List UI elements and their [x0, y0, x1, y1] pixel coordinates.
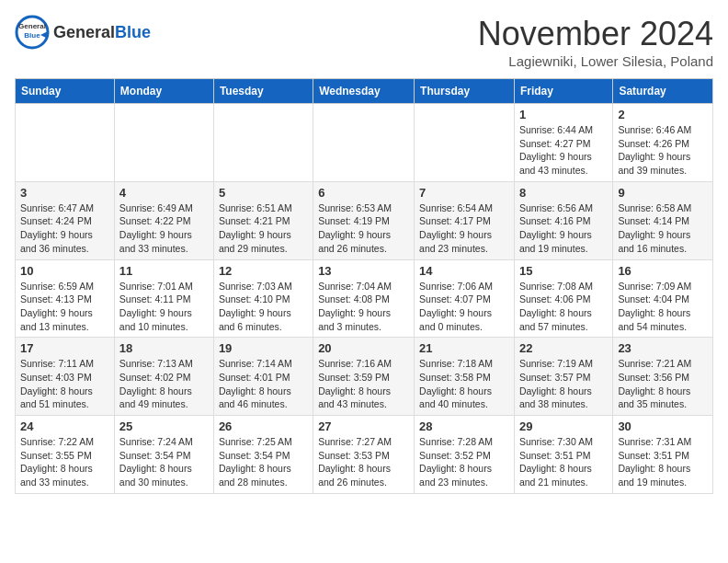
day-number: 29: [519, 419, 608, 433]
day-info: Sunrise: 7:01 AM Sunset: 4:11 PM Dayligh…: [119, 280, 209, 334]
day-number: 12: [219, 264, 308, 278]
day-info: Sunrise: 7:09 AM Sunset: 4:04 PM Dayligh…: [618, 280, 708, 334]
day-number: 10: [20, 264, 109, 278]
day-info: Sunrise: 6:56 AM Sunset: 4:16 PM Dayligh…: [519, 201, 608, 256]
day-cell: 23Sunrise: 7:21 AM Sunset: 3:56 PM Dayli…: [613, 338, 713, 416]
header-thursday: Thursday: [415, 79, 515, 104]
day-number: 2: [618, 108, 708, 121]
day-number: 4: [119, 186, 209, 200]
day-info: Sunrise: 6:58 AM Sunset: 4:14 PM Dayligh…: [618, 201, 708, 256]
day-cell: 3Sunrise: 6:47 AM Sunset: 4:24 PM Daylig…: [16, 181, 115, 259]
day-cell: 7Sunrise: 6:54 AM Sunset: 4:17 PM Daylig…: [415, 181, 515, 259]
day-number: 17: [20, 341, 109, 355]
day-number: 26: [219, 419, 308, 433]
week-row-2: 3Sunrise: 6:47 AM Sunset: 4:24 PM Daylig…: [16, 181, 713, 259]
day-info: Sunrise: 7:27 AM Sunset: 3:53 PM Dayligh…: [318, 435, 409, 489]
day-cell: 19Sunrise: 7:14 AM Sunset: 4:01 PM Dayli…: [213, 338, 313, 416]
day-number: 8: [519, 186, 608, 200]
day-info: Sunrise: 7:21 AM Sunset: 3:56 PM Dayligh…: [618, 357, 708, 411]
day-info: Sunrise: 7:19 AM Sunset: 3:57 PM Dayligh…: [519, 357, 608, 411]
location-title: Lagiewniki, Lower Silesia, Poland: [478, 53, 713, 69]
day-info: Sunrise: 7:11 AM Sunset: 4:03 PM Dayligh…: [20, 357, 109, 411]
day-cell: 9Sunrise: 6:58 AM Sunset: 4:14 PM Daylig…: [613, 181, 713, 259]
day-cell: [114, 104, 213, 182]
day-cell: 27Sunrise: 7:27 AM Sunset: 3:53 PM Dayli…: [313, 416, 415, 494]
day-info: Sunrise: 7:14 AM Sunset: 4:01 PM Dayligh…: [219, 357, 308, 411]
day-info: Sunrise: 7:06 AM Sunset: 4:07 PM Dayligh…: [419, 280, 509, 334]
day-number: 20: [318, 341, 409, 355]
day-number: 19: [219, 341, 308, 355]
svg-text:General: General: [18, 22, 46, 30]
month-title: November 2024: [478, 15, 713, 53]
day-cell: 17Sunrise: 7:11 AM Sunset: 4:03 PM Dayli…: [16, 338, 115, 416]
day-number: 16: [618, 264, 708, 278]
day-info: Sunrise: 7:16 AM Sunset: 3:59 PM Dayligh…: [318, 357, 409, 411]
logo-icon: General Blue: [15, 15, 50, 50]
day-cell: 12Sunrise: 7:03 AM Sunset: 4:10 PM Dayli…: [213, 259, 313, 338]
day-cell: 24Sunrise: 7:22 AM Sunset: 3:55 PM Dayli…: [16, 416, 115, 494]
day-cell: 20Sunrise: 7:16 AM Sunset: 3:59 PM Dayli…: [313, 338, 415, 416]
day-cell: 28Sunrise: 7:28 AM Sunset: 3:52 PM Dayli…: [415, 416, 515, 494]
day-number: 27: [318, 419, 409, 433]
day-number: 7: [419, 186, 509, 200]
day-cell: 5Sunrise: 6:51 AM Sunset: 4:21 PM Daylig…: [213, 181, 313, 259]
day-cell: 29Sunrise: 7:30 AM Sunset: 3:51 PM Dayli…: [514, 416, 612, 494]
header-sunday: Sunday: [16, 79, 115, 104]
day-info: Sunrise: 7:08 AM Sunset: 4:06 PM Dayligh…: [519, 280, 608, 334]
header-monday: Monday: [114, 79, 213, 104]
week-row-4: 17Sunrise: 7:11 AM Sunset: 4:03 PM Dayli…: [16, 338, 713, 416]
day-number: 30: [618, 419, 708, 433]
day-cell: 30Sunrise: 7:31 AM Sunset: 3:51 PM Dayli…: [613, 416, 713, 494]
day-info: Sunrise: 7:31 AM Sunset: 3:51 PM Dayligh…: [618, 435, 708, 489]
day-number: 15: [519, 264, 608, 278]
header-saturday: Saturday: [613, 79, 713, 104]
day-cell: 14Sunrise: 7:06 AM Sunset: 4:07 PM Dayli…: [415, 259, 515, 338]
logo-blue: Blue: [115, 23, 151, 41]
day-number: 13: [318, 264, 409, 278]
day-info: Sunrise: 6:46 AM Sunset: 4:26 PM Dayligh…: [618, 123, 708, 178]
day-info: Sunrise: 6:44 AM Sunset: 4:27 PM Dayligh…: [519, 123, 608, 178]
day-info: Sunrise: 7:18 AM Sunset: 3:58 PM Dayligh…: [419, 357, 509, 411]
day-info: Sunrise: 7:13 AM Sunset: 4:02 PM Dayligh…: [119, 357, 209, 411]
day-cell: 11Sunrise: 7:01 AM Sunset: 4:11 PM Dayli…: [114, 259, 213, 338]
day-number: 14: [419, 264, 509, 278]
day-info: Sunrise: 7:03 AM Sunset: 4:10 PM Dayligh…: [219, 280, 308, 334]
day-info: Sunrise: 6:49 AM Sunset: 4:22 PM Dayligh…: [119, 201, 209, 256]
day-info: Sunrise: 6:59 AM Sunset: 4:13 PM Dayligh…: [20, 280, 109, 334]
day-cell: 21Sunrise: 7:18 AM Sunset: 3:58 PM Dayli…: [415, 338, 515, 416]
title-section: November 2024 Lagiewniki, Lower Silesia,…: [478, 15, 713, 69]
calendar-header-row: SundayMondayTuesdayWednesdayThursdayFrid…: [16, 79, 713, 104]
day-info: Sunrise: 7:25 AM Sunset: 3:54 PM Dayligh…: [219, 435, 308, 489]
day-number: 18: [119, 341, 209, 355]
day-cell: [213, 104, 313, 182]
header-friday: Friday: [514, 79, 612, 104]
day-number: 11: [119, 264, 209, 278]
calendar-table: SundayMondayTuesdayWednesdayThursdayFrid…: [15, 78, 713, 494]
day-info: Sunrise: 6:47 AM Sunset: 4:24 PM Dayligh…: [20, 201, 109, 256]
day-cell: [16, 104, 115, 182]
logo-general: General: [53, 23, 115, 41]
day-cell: 1Sunrise: 6:44 AM Sunset: 4:27 PM Daylig…: [514, 104, 612, 182]
day-cell: 18Sunrise: 7:13 AM Sunset: 4:02 PM Dayli…: [114, 338, 213, 416]
day-cell: 13Sunrise: 7:04 AM Sunset: 4:08 PM Dayli…: [313, 259, 415, 338]
day-info: Sunrise: 7:04 AM Sunset: 4:08 PM Dayligh…: [318, 280, 409, 334]
day-cell: 16Sunrise: 7:09 AM Sunset: 4:04 PM Dayli…: [613, 259, 713, 338]
day-cell: [313, 104, 415, 182]
day-info: Sunrise: 7:30 AM Sunset: 3:51 PM Dayligh…: [519, 435, 608, 489]
day-cell: 26Sunrise: 7:25 AM Sunset: 3:54 PM Dayli…: [213, 416, 313, 494]
day-number: 6: [318, 186, 409, 200]
day-number: 9: [618, 186, 708, 200]
header-wednesday: Wednesday: [313, 79, 415, 104]
day-number: 21: [419, 341, 509, 355]
day-info: Sunrise: 7:28 AM Sunset: 3:52 PM Dayligh…: [419, 435, 509, 489]
day-cell: 8Sunrise: 6:56 AM Sunset: 4:16 PM Daylig…: [514, 181, 612, 259]
week-row-3: 10Sunrise: 6:59 AM Sunset: 4:13 PM Dayli…: [16, 259, 713, 338]
week-row-5: 24Sunrise: 7:22 AM Sunset: 3:55 PM Dayli…: [16, 416, 713, 494]
day-info: Sunrise: 6:51 AM Sunset: 4:21 PM Dayligh…: [219, 201, 308, 256]
day-cell: 2Sunrise: 6:46 AM Sunset: 4:26 PM Daylig…: [613, 104, 713, 182]
day-cell: [415, 104, 515, 182]
svg-text:Blue: Blue: [24, 31, 40, 40]
day-info: Sunrise: 6:54 AM Sunset: 4:17 PM Dayligh…: [419, 201, 509, 256]
header-tuesday: Tuesday: [213, 79, 313, 104]
day-cell: 15Sunrise: 7:08 AM Sunset: 4:06 PM Dayli…: [514, 259, 612, 338]
